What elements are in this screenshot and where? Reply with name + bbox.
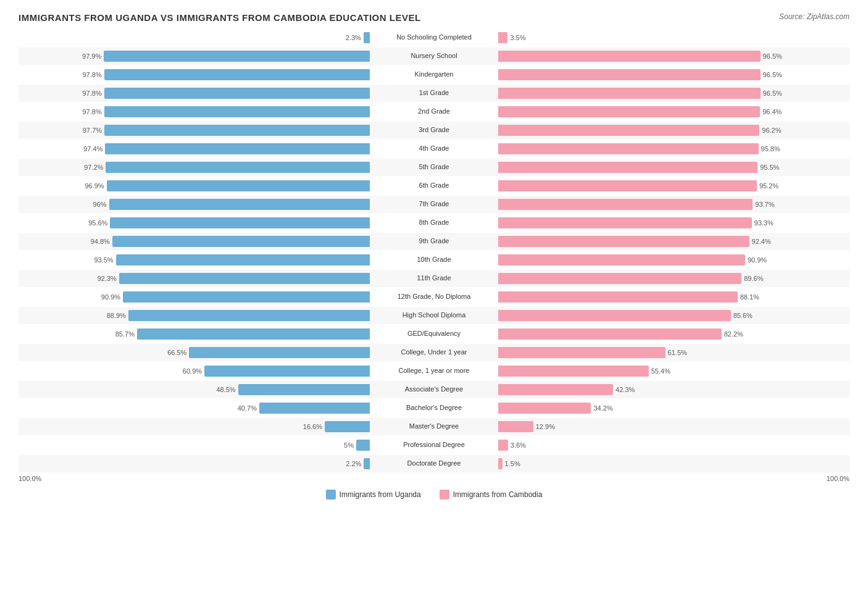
left-bar	[106, 162, 370, 173]
left-value: 92.3%	[93, 275, 117, 282]
left-bar	[119, 273, 370, 284]
source-label: Source: ZipAtlas.com	[779, 12, 849, 21]
left-bar	[189, 347, 370, 358]
left-value: 90.9%	[97, 293, 120, 301]
left-value: 94.8%	[86, 238, 110, 245]
right-value: 12.9%	[536, 423, 559, 430]
left-bar-container: 93.5%	[19, 251, 372, 269]
left-bar-container: 48.5%	[19, 381, 372, 398]
legend-item-cambodia: Immigrants from Cambodia	[440, 490, 543, 500]
left-value: 96%	[83, 201, 107, 208]
left-bar-container: 97.4%	[19, 140, 372, 157]
right-value: 92.4%	[752, 238, 775, 245]
right-bar	[498, 440, 508, 451]
left-bar	[204, 366, 370, 377]
left-value: 85.7%	[111, 330, 135, 338]
table-row: 88.9% High School Diploma 85.6%	[19, 307, 849, 324]
right-bar-container: 95.8%	[496, 140, 849, 157]
right-bar	[498, 162, 757, 173]
table-row: 60.9% College, 1 year or more 55.4%	[19, 362, 849, 380]
right-bar-container: 3.5%	[496, 29, 849, 46]
left-bar-container: 2.2%	[19, 455, 372, 472]
left-bar	[356, 440, 370, 451]
right-bar-container: 96.5%	[496, 48, 849, 65]
right-value: 82.2%	[724, 330, 748, 338]
left-bar	[104, 88, 370, 99]
row-label: Nursery School	[372, 52, 496, 60]
table-row: 5% Professional Degree 3.6%	[19, 437, 849, 454]
left-bar-container: 95.6%	[19, 214, 372, 232]
left-value: 60.9%	[178, 367, 202, 375]
left-bar-container: 16.6%	[19, 418, 372, 435]
right-bar	[498, 88, 761, 99]
table-row: 95.6% 8th Grade 93.3%	[19, 214, 849, 232]
left-bar	[109, 199, 370, 210]
table-row: 93.5% 10th Grade 90.9%	[19, 251, 849, 269]
table-row: 94.8% 9th Grade 92.4%	[19, 233, 849, 250]
chart-area: 2.3% No Schooling Completed 3.5% 97.9% N…	[19, 29, 849, 472]
right-bar-container: 96.5%	[496, 85, 849, 102]
left-bar	[107, 180, 370, 191]
right-bar-container: 85.6%	[496, 307, 849, 324]
row-label: 12th Grade, No Diploma	[372, 293, 496, 301]
right-bar-container: 34.2%	[496, 399, 849, 417]
legend-label-cambodia: Immigrants from Cambodia	[453, 490, 543, 499]
bottom-left-label: 100.0%	[19, 475, 372, 482]
left-value: 97.8%	[78, 108, 102, 115]
legend-color-cambodia	[440, 490, 449, 500]
right-bar	[498, 328, 722, 340]
left-bar-container: 97.9%	[19, 48, 372, 65]
left-bar	[364, 32, 370, 43]
right-bar	[498, 384, 613, 395]
left-bar-container: 94.8%	[19, 233, 372, 250]
right-bar	[498, 106, 760, 117]
left-bar-container: 60.9%	[19, 362, 372, 380]
right-value: 96.2%	[762, 127, 785, 134]
left-bar-container: 85.7%	[19, 325, 372, 343]
left-value: 97.8%	[78, 90, 102, 97]
legend-color-uganda	[326, 490, 336, 500]
right-bar-container: 95.2%	[496, 177, 849, 194]
right-value: 89.6%	[744, 275, 767, 282]
legend: Immigrants from Uganda Immigrants from C…	[19, 490, 849, 500]
right-value: 90.9%	[748, 256, 771, 264]
table-row: 66.5% College, Under 1 year 61.5%	[19, 344, 849, 361]
right-bar	[498, 458, 503, 469]
right-value: 34.2%	[593, 404, 617, 412]
left-bar	[104, 125, 370, 136]
left-bar-container: 97.8%	[19, 85, 372, 102]
row-label: Doctorate Degree	[372, 459, 496, 467]
right-bar	[498, 310, 731, 321]
row-label: 2nd Grade	[372, 107, 496, 115]
right-bar-container: 82.2%	[496, 325, 849, 343]
left-bar	[238, 384, 370, 395]
right-bar	[498, 403, 591, 414]
right-value: 42.3%	[616, 386, 639, 393]
right-value: 96.5%	[763, 90, 787, 97]
right-bar-container: 96.4%	[496, 103, 849, 120]
table-row: 97.8% Kindergarten 96.5%	[19, 66, 849, 83]
right-bar	[498, 32, 507, 43]
right-bar	[498, 236, 749, 247]
right-bar	[498, 273, 741, 284]
left-bar-container: 40.7%	[19, 399, 372, 417]
left-bar	[259, 403, 370, 414]
left-bar	[364, 458, 370, 469]
right-bar-container: 95.5%	[496, 159, 849, 176]
right-bar-container: 93.7%	[496, 196, 849, 213]
right-bar-container: 96.2%	[496, 122, 849, 139]
right-bar	[498, 125, 759, 136]
left-bar	[123, 291, 370, 303]
right-bar	[498, 217, 752, 228]
right-bar	[498, 199, 753, 210]
left-bar	[128, 310, 370, 321]
right-value: 95.8%	[761, 145, 785, 153]
row-label: 7th Grade	[372, 200, 496, 208]
row-label: 9th Grade	[372, 237, 496, 245]
right-bar-container: 92.4%	[496, 233, 849, 250]
bottom-labels: 100.0% 100.0%	[19, 475, 849, 482]
chart-title: IMMIGRANTS FROM UGANDA VS IMMIGRANTS FRO…	[19, 12, 849, 23]
right-bar-container: 61.5%	[496, 344, 849, 361]
right-bar-container: 93.3%	[496, 214, 849, 232]
left-bar	[116, 254, 370, 265]
